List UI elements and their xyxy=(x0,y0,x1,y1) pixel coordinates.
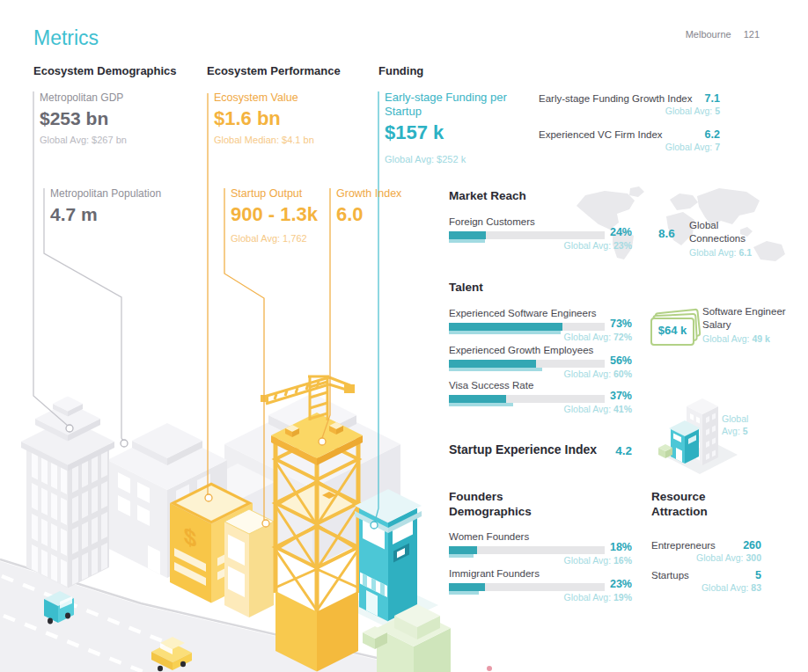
bar-label: Foreign Customers xyxy=(449,216,632,227)
index-row-funding-growth: Early-stage Funding Growth Index 7.1 Glo… xyxy=(539,93,720,104)
metric-label: Early-stage Funding per Startup xyxy=(385,91,510,119)
index-row-vc-firm: Experienced VC Firm Index 6.2 Global Avg… xyxy=(539,129,720,140)
metric-global: Global Avg: $267 bn xyxy=(40,135,127,145)
bar-value: 18% xyxy=(610,541,632,553)
metric-early-funding: Early-stage Funding per Startup $157 k G… xyxy=(385,91,510,164)
bar-global-label: Global Avg: 60% xyxy=(564,369,632,379)
metric-value: 6.0 xyxy=(336,203,401,225)
metric-label: Growth Index xyxy=(336,186,401,201)
bar-label: Visa Success Rate xyxy=(449,380,632,391)
metric-population: Metropolitan Population 4.7 m xyxy=(50,186,161,225)
section-title-talent: Talent xyxy=(449,280,483,295)
index-value: 6.2 xyxy=(705,128,720,141)
bar-global-avg xyxy=(449,403,513,406)
bar-global-label: Global Avg: 19% xyxy=(564,592,632,603)
metric-gdp: Metropolitan GDP $253 bn Global Avg: $26… xyxy=(40,91,127,145)
global-connections-value: 8.6 xyxy=(658,227,675,240)
section-title-market-reach: Market Reach xyxy=(449,188,526,203)
bar-global-label: Global Avg: 16% xyxy=(564,555,632,566)
bar-value: 73% xyxy=(610,318,632,330)
city-name: Melbourne xyxy=(686,29,731,40)
bar-fill xyxy=(449,231,486,239)
bar-track xyxy=(449,395,605,403)
bar-track xyxy=(449,360,605,368)
bar-label: Immigrant Founders xyxy=(449,568,632,579)
bar-global-label: Global Avg: 41% xyxy=(564,404,632,414)
metric-value: 4.7 m xyxy=(50,203,161,225)
bar-global-avg xyxy=(449,368,542,371)
index-global: Global Avg: 5 xyxy=(665,106,720,116)
index-label: Early-stage Funding Growth Index xyxy=(539,93,720,104)
bar-fill xyxy=(449,323,562,331)
metric-value: 900 - 1.3k xyxy=(231,203,318,225)
bar-value: 23% xyxy=(610,578,632,590)
section-title-resources: Resource Attraction xyxy=(651,489,739,519)
global-connections-label: Global Connections xyxy=(689,219,768,245)
bar-value: 37% xyxy=(610,390,632,402)
experience-title: Startup Experience Index xyxy=(449,442,597,457)
metric-ecosystem-value: Ecosystem Value $1.6 bn Global Median: $… xyxy=(214,91,314,145)
bar-global-label: Global Avg: 23% xyxy=(564,240,632,251)
bar-row-software-engineers: Experienced Software Engineers 73% Globa… xyxy=(449,308,632,345)
bar-fill xyxy=(449,360,536,368)
metric-label: Startup Output xyxy=(231,186,318,201)
metric-global: Global Median: $4.1 bn xyxy=(214,135,314,145)
index-value: 7.1 xyxy=(705,92,720,105)
resource-global: Global Avg: 83 xyxy=(701,582,761,593)
bar-fill xyxy=(449,583,485,591)
bar-row-growth-employees: Experienced Growth Employees 56% Global … xyxy=(449,345,632,382)
bar-row-foreign-customers: Foreign Customers 24% Global Avg: 23% xyxy=(449,216,632,253)
bar-global-avg xyxy=(449,591,479,595)
metric-global: Global Avg: 1,762 xyxy=(231,233,318,244)
bar-track xyxy=(449,546,605,554)
column-header-demographics: Ecosystem Demographics xyxy=(33,64,177,77)
city-indicator: Melbourne 121 xyxy=(686,29,760,40)
resource-row-startups: Startups 5 Global Avg: 83 xyxy=(651,570,761,581)
bar-global-label: Global Avg: 72% xyxy=(564,332,632,342)
global-connections-global: Global Avg: 6.1 xyxy=(689,247,752,258)
salary-global: Global Avg: 49 k xyxy=(702,333,770,344)
bar-track xyxy=(449,583,605,591)
resource-value: 5 xyxy=(755,569,761,581)
bar-row-immigrant-founders: Immigrant Founders 23% Global Avg: 19% xyxy=(449,568,632,605)
resource-value: 260 xyxy=(743,539,761,551)
bar-fill xyxy=(449,546,477,554)
bar-label: Women Founders xyxy=(449,531,632,542)
bar-fill xyxy=(449,395,506,403)
metric-label: Metropolitan GDP xyxy=(40,91,127,105)
page-title: Metrics xyxy=(33,26,99,50)
bar-value: 56% xyxy=(610,354,632,367)
bar-value: 24% xyxy=(610,226,632,238)
bar-track xyxy=(449,231,605,239)
metric-value: $157 k xyxy=(385,121,510,143)
metric-label: Metropolitan Population xyxy=(50,186,161,201)
metrics-dashboard: $ xyxy=(0,0,808,672)
bar-global-avg xyxy=(449,239,485,243)
metric-value: $1.6 bn xyxy=(214,107,314,129)
metric-startup-output: Startup Output 900 - 1.3k Global Avg: 1,… xyxy=(231,186,318,244)
resource-label: Startups xyxy=(651,570,761,581)
metric-label: Ecosystem Value xyxy=(214,91,314,105)
bar-label: Experienced Software Engineers xyxy=(449,308,632,318)
index-label: Experienced VC Firm Index xyxy=(539,129,720,140)
resource-row-entrepreneurs: Entrepreneurs 260 Global Avg: 300 xyxy=(651,540,761,551)
bar-global-avg xyxy=(449,554,474,558)
index-global: Global Avg: 7 xyxy=(665,142,720,152)
city-rank: 121 xyxy=(744,29,760,40)
salary-label: Software Engineer Salary xyxy=(702,305,801,332)
bar-track xyxy=(449,323,605,331)
bar-global-avg xyxy=(449,331,561,334)
column-header-funding: Funding xyxy=(378,64,423,77)
section-title-founders: Founders Demographics xyxy=(449,489,546,519)
metric-growth-index: Growth Index 6.0 xyxy=(336,186,401,225)
bar-label: Experienced Growth Employees xyxy=(449,345,632,355)
experience-global: Global Avg: 5 xyxy=(722,413,748,437)
metric-global: Global Avg: $252 k xyxy=(385,154,510,164)
experience-value: 4.2 xyxy=(581,444,632,457)
metric-value: $253 bn xyxy=(40,107,127,129)
salary-value: $64 k xyxy=(651,324,694,337)
resource-global: Global Avg: 300 xyxy=(696,552,761,563)
bar-row-women-founders: Women Founders 18% Global Avg: 16% xyxy=(449,531,632,568)
bar-row-visa-success: Visa Success Rate 37% Global Avg: 41% xyxy=(449,380,632,417)
column-header-performance: Ecosystem Performance xyxy=(207,64,341,77)
